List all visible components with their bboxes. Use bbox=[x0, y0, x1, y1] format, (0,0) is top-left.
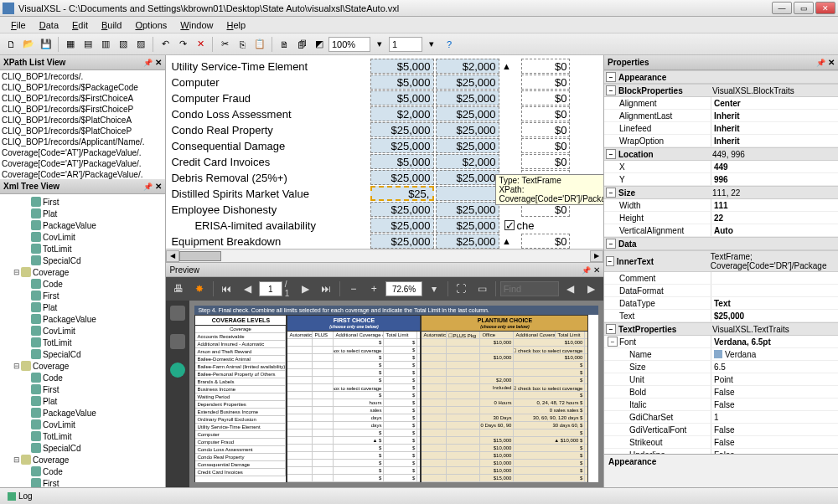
tree-node[interactable]: Code bbox=[2, 372, 163, 383]
value-cell[interactable]: $25,000 bbox=[370, 138, 434, 153]
close-icon[interactable]: ✕ bbox=[593, 265, 600, 275]
value-cell[interactable]: $25,000 bbox=[436, 234, 499, 249]
first-page-icon[interactable]: ⏮ bbox=[218, 280, 236, 298]
tree-node[interactable]: Plat bbox=[2, 208, 163, 219]
property-value[interactable]: Auto bbox=[711, 224, 838, 236]
tree-node[interactable]: TotLimit bbox=[2, 337, 163, 348]
property-row[interactable]: GdiVerticalFontFalse bbox=[604, 424, 838, 436]
tree-group[interactable]: ⊟Coverage bbox=[2, 266, 163, 278]
property-value[interactable]: Center bbox=[711, 97, 838, 109]
close-icon[interactable]: ✕ bbox=[155, 58, 162, 67]
value-cell[interactable]: $25,000 bbox=[436, 218, 499, 233]
property-value[interactable]: False bbox=[711, 436, 838, 448]
property-value[interactable]: False bbox=[711, 399, 838, 410]
find-prev-icon[interactable]: ◀ bbox=[561, 280, 580, 298]
value-cell[interactable]: $25,000 bbox=[370, 170, 434, 185]
xpath-item[interactable]: Coverage[Code='AT']/PackageValue/. bbox=[1, 147, 164, 158]
xpath-item[interactable]: CLIQ_BOP1/records/$PlatChoiceA bbox=[1, 115, 164, 126]
layers-icon[interactable] bbox=[170, 306, 185, 321]
design-row[interactable]: Condo Loss Assessment$2,000$25,000$0 bbox=[168, 106, 602, 122]
pin-icon[interactable]: 📌 bbox=[143, 183, 153, 191]
property-value[interactable]: Text bbox=[711, 297, 838, 309]
dropdown-icon[interactable]: ▾ bbox=[425, 280, 443, 298]
property-row[interactable]: NameVerdana bbox=[604, 348, 838, 361]
zoom-in-icon[interactable]: + bbox=[365, 280, 383, 298]
zoom-out-icon[interactable]: − bbox=[344, 280, 363, 298]
tree-node[interactable]: CovLimit bbox=[2, 419, 163, 430]
property-category[interactable]: −InnerTextTextFrame; Coverage[Code='DR']… bbox=[604, 250, 838, 272]
value-cell[interactable]: $0 bbox=[521, 138, 570, 153]
value-cell[interactable]: $0 bbox=[521, 90, 570, 105]
next-page-icon[interactable]: ▶ bbox=[297, 280, 315, 298]
close-icon[interactable]: ✕ bbox=[155, 182, 162, 191]
value-cell[interactable]: $0 bbox=[521, 106, 570, 121]
property-row[interactable]: DataFormat bbox=[604, 285, 838, 297]
value-cell[interactable]: $25,000 bbox=[370, 202, 434, 217]
value-cell[interactable] bbox=[436, 186, 499, 201]
checkbox[interactable]: ✓che bbox=[504, 218, 538, 233]
help-icon[interactable] bbox=[170, 363, 185, 378]
scroll-left-icon[interactable]: ◀ bbox=[166, 250, 179, 262]
tree-node[interactable]: PackageValue bbox=[2, 313, 163, 325]
property-row[interactable]: DataTypeText bbox=[604, 297, 838, 310]
undo-icon[interactable]: ↶ bbox=[157, 36, 173, 53]
property-row[interactable]: GdiCharSet1 bbox=[604, 411, 838, 424]
property-row[interactable]: Width111 bbox=[604, 199, 838, 212]
property-value[interactable] bbox=[711, 285, 838, 296]
property-value[interactable]: False bbox=[711, 424, 838, 435]
property-value[interactable] bbox=[711, 272, 838, 284]
tool-icon[interactable]: ▤ bbox=[80, 36, 96, 53]
zoom-input[interactable] bbox=[385, 281, 422, 296]
tool-icon[interactable]: ▧ bbox=[115, 36, 132, 53]
design-surface[interactable]: Utility Service-Time Element$5,000$2,000… bbox=[166, 55, 603, 249]
tool-icon[interactable]: 🗐 bbox=[293, 36, 310, 53]
prev-page-icon[interactable]: ◀ bbox=[238, 280, 256, 298]
property-row[interactable]: LinefeedInherit bbox=[604, 122, 838, 135]
property-category[interactable]: −Appearance bbox=[604, 70, 838, 84]
close-icon[interactable]: ✕ bbox=[828, 58, 835, 67]
tree-node[interactable]: Plat bbox=[2, 395, 163, 407]
property-value[interactable]: 996 bbox=[711, 173, 838, 185]
value-cell[interactable]: $0 bbox=[521, 234, 570, 249]
menu-build[interactable]: Build bbox=[95, 18, 128, 32]
open-icon[interactable]: 📂 bbox=[20, 36, 37, 53]
menu-data[interactable]: Data bbox=[33, 18, 65, 32]
property-row[interactable]: UnitPoint bbox=[604, 373, 838, 386]
tree-node[interactable]: SpecialCd bbox=[2, 442, 163, 454]
property-value[interactable]: Point bbox=[711, 373, 838, 385]
tree-node[interactable]: PackageValue bbox=[2, 219, 163, 231]
property-row[interactable]: AlignmentLastInherit bbox=[604, 110, 838, 122]
property-row[interactable]: AlignmentCenter bbox=[604, 97, 838, 110]
property-value[interactable]: Inherit bbox=[711, 135, 838, 147]
tree-node[interactable]: Code bbox=[2, 278, 163, 290]
log-button[interactable]: Log bbox=[4, 491, 36, 501]
property-value[interactable]: Inherit bbox=[711, 110, 838, 121]
design-row[interactable]: Utility Service-Time Element$5,000$2,000… bbox=[168, 59, 602, 75]
value-cell[interactable]: $0 bbox=[521, 75, 570, 90]
tree-node[interactable]: First bbox=[2, 290, 163, 301]
menu-file[interactable]: File bbox=[4, 18, 33, 32]
pin-icon[interactable]: 📌 bbox=[582, 266, 591, 275]
value-cell[interactable]: $0 bbox=[521, 59, 570, 74]
zoom-input[interactable] bbox=[328, 37, 370, 52]
xpath-item[interactable]: CLIQ_BOP1/records/$FirstChoiceA bbox=[1, 93, 164, 104]
value-cell[interactable]: $0 bbox=[521, 154, 570, 169]
menu-edit[interactable]: Edit bbox=[65, 18, 95, 32]
delete-icon[interactable]: ✕ bbox=[192, 36, 209, 53]
fit-icon[interactable]: ⛶ bbox=[453, 280, 471, 298]
tree-node[interactable]: PackageValue bbox=[2, 407, 163, 419]
page-input[interactable] bbox=[389, 37, 422, 52]
fit-icon[interactable]: ▭ bbox=[473, 280, 491, 298]
design-row[interactable]: Computer Fraud$5,000$25,000$0 bbox=[168, 90, 602, 106]
property-value[interactable]: Inherit bbox=[711, 122, 838, 134]
value-cell[interactable]: $25,000 bbox=[436, 122, 499, 137]
property-value[interactable]: $25,000 bbox=[711, 310, 838, 321]
tree-node[interactable]: Plat bbox=[2, 301, 163, 313]
value-cell[interactable]: $25,000 bbox=[370, 218, 434, 233]
value-cell[interactable]: $5,000 bbox=[370, 154, 434, 169]
design-row[interactable]: Computer$5,000$25,000$0 bbox=[168, 75, 602, 90]
value-cell[interactable]: $5,000 bbox=[370, 90, 434, 105]
value-cell[interactable]: $25,000 bbox=[370, 234, 434, 249]
bookmarks-icon[interactable] bbox=[170, 334, 185, 349]
property-row[interactable]: VerticalAlignmentAuto bbox=[604, 224, 838, 237]
